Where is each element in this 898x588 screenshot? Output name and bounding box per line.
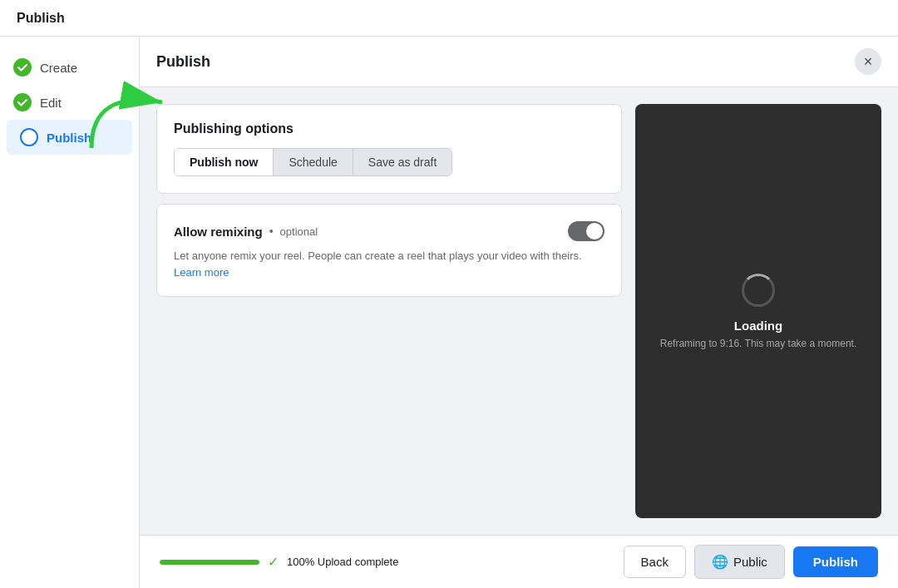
remix-optional-label: optional [280, 225, 318, 238]
modal-title: Publish [156, 53, 210, 71]
allow-remixing-card: Allow remixing • optional Let anyone rem… [156, 204, 622, 297]
learn-more-link[interactable]: Learn more [174, 266, 229, 279]
sidebar-item-publish[interactable]: Publish [7, 120, 132, 155]
sidebar-item-edit-label: Edit [40, 96, 62, 110]
toggle-knob [586, 223, 603, 240]
modal-header: Publish × [140, 37, 898, 87]
public-button[interactable]: 🌐 Public [694, 545, 785, 579]
remix-title-row: Allow remixing • optional [174, 225, 318, 239]
public-label: Public [733, 555, 767, 569]
bottom-bar: ✓ 100% Upload complete Back 🌐 Public Pub… [140, 535, 898, 588]
tab-save-as-draft[interactable]: Save as draft [353, 149, 452, 175]
content-area: Publish × Publishing options Publish now… [140, 37, 898, 588]
upload-complete-text: 100% Upload complete [287, 556, 398, 568]
sidebar-item-edit[interactable]: Edit [0, 85, 139, 120]
globe-icon: 🌐 [712, 554, 728, 570]
back-button[interactable]: Back [624, 546, 686, 578]
loading-text: Loading [734, 319, 782, 333]
publishing-options-card: Publishing options Publish now Schedule … [156, 104, 622, 194]
create-step-icon [13, 58, 32, 77]
loading-sub-text: Reframing to 9:16. This may take a momen… [644, 338, 874, 349]
bottom-actions: Back 🌐 Public Publish [624, 545, 878, 579]
upload-check-icon: ✓ [268, 554, 279, 570]
tab-publish-now[interactable]: Publish now [175, 149, 274, 175]
remix-toggle[interactable] [568, 221, 604, 241]
left-panel: Publishing options Publish now Schedule … [156, 104, 622, 518]
publish-button[interactable]: Publish [793, 546, 878, 577]
publishing-options-title: Publishing options [174, 121, 604, 136]
progress-bar-outer [160, 560, 259, 565]
edit-step-icon [13, 93, 32, 111]
sidebar: Create Edit Publish [0, 37, 140, 588]
sidebar-item-publish-label: Publish [47, 131, 91, 145]
upload-status: ✓ 100% Upload complete [160, 554, 398, 570]
publishing-tabs: Publish now Schedule Save as draft [174, 148, 452, 176]
modal-body: Publishing options Publish now Schedule … [140, 87, 898, 535]
sidebar-item-create-label: Create [40, 61, 77, 75]
loading-spinner [742, 274, 775, 307]
remix-header: Allow remixing • optional [174, 221, 604, 241]
sidebar-item-create[interactable]: Create [0, 50, 139, 85]
close-button[interactable]: × [855, 48, 881, 75]
remix-title: Allow remixing [174, 225, 263, 239]
remix-dot: • [269, 225, 274, 238]
top-bar: Publish [0, 0, 898, 37]
remix-description: Let anyone remix your reel. People can c… [174, 248, 604, 264]
publish-step-icon [20, 128, 38, 146]
video-preview-panel: Loading Reframing to 9:16. This may take… [635, 104, 881, 518]
top-bar-title: Publish [17, 11, 65, 26]
tab-schedule[interactable]: Schedule [274, 149, 353, 175]
progress-bar-inner [160, 560, 259, 565]
